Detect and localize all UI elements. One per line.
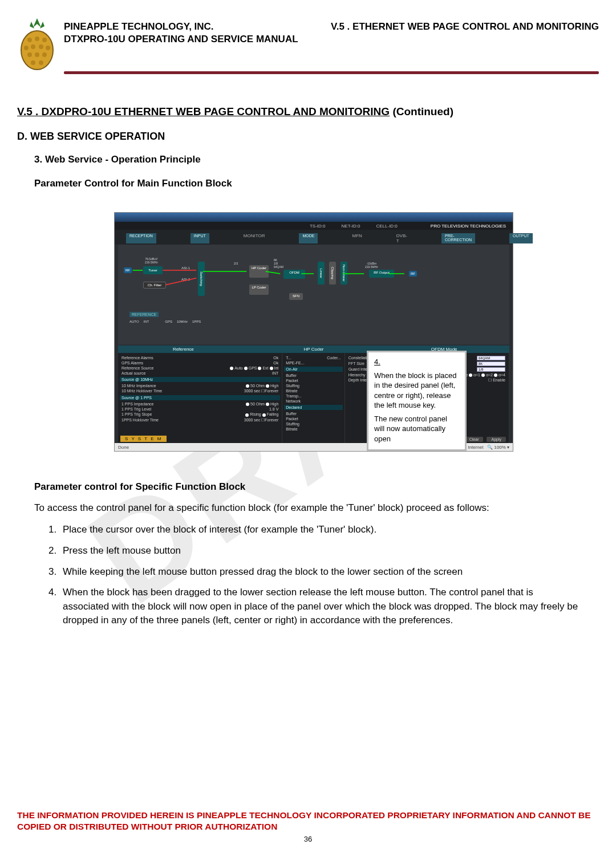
- embedded-screenshot: TS-ID:0 NET-ID:0 CELL-ID:0 PRO TELEVISIO…: [114, 212, 513, 452]
- ref-gps: GPS: [165, 320, 172, 323]
- page-number: 36: [17, 835, 599, 843]
- block-rf-out-label: RF: [409, 271, 417, 277]
- guard-select[interactable]: 1/8: [477, 367, 505, 372]
- svg-point-5: [31, 44, 35, 49]
- svg-point-11: [31, 60, 35, 65]
- ref-int: INT: [144, 320, 149, 323]
- label-dvbt: DVB-T: [396, 233, 407, 243]
- apply-button[interactable]: Apply: [487, 437, 506, 442]
- svg-point-10: [42, 52, 47, 57]
- subsection-d: D. WEB SERVICE OPERATION: [17, 131, 599, 143]
- block-linear[interactable]: Linear: [318, 262, 325, 285]
- svg-point-6: [39, 44, 43, 49]
- label-monitor: MONITOR: [244, 233, 265, 243]
- hpcoder-panel: T...Coder... MPE-FE... On-Air Buffer Pac…: [282, 353, 345, 444]
- block-nonlinear[interactable]: Non-Linear: [341, 262, 347, 285]
- clear-button[interactable]: Clear: [465, 437, 484, 442]
- block-clipping[interactable]: Clipping: [329, 262, 336, 285]
- status-zoom: 100%: [494, 445, 505, 450]
- rf-info: 76.5dBuV219.5MHz: [143, 256, 160, 265]
- tab-output[interactable]: OUTPUT: [509, 233, 533, 243]
- chapter-title: V.5 . ETHERNET WEB PAGE CONTROL AND MONI…: [331, 21, 599, 46]
- steps-list: Place the cursor over the block of inter…: [59, 523, 582, 628]
- block-rf-in[interactable]: RF: [124, 267, 132, 273]
- subsection-3: 3. Web Service - Operation Principle: [34, 154, 599, 165]
- hp-params: 2/3: [232, 261, 240, 266]
- step-4: When the block has been dragged to the l…: [59, 586, 582, 628]
- ref-auto: AUTO: [129, 320, 139, 323]
- ofdm-params: 8K1/864QAM: [272, 257, 285, 270]
- system-button[interactable]: S Y S T E M: [120, 436, 167, 442]
- tab-precorrection[interactable]: PRE-CORRECTION: [441, 233, 475, 243]
- svg-point-12: [39, 60, 43, 65]
- block-tuner[interactable]: Tuner: [143, 266, 163, 274]
- constellation-select[interactable]: 64QAM: [477, 356, 505, 360]
- ref-10mhz: 10MHz: [177, 320, 188, 323]
- svg-point-4: [24, 46, 29, 50]
- svg-point-3: [42, 38, 47, 42]
- svg-point-7: [46, 46, 50, 50]
- label-asi2: ASI-2: [180, 277, 192, 282]
- step-3: While keeping the left mouse button pres…: [59, 565, 582, 579]
- block-rf-output[interactable]: RF Output: [369, 270, 394, 278]
- page-header: PINEAPPLE TECHNOLOGY, INC. DTXPRO-10U OP…: [17, 17, 599, 71]
- instruction-callout: 4. When the block is placed in the desir…: [367, 351, 467, 451]
- company-name: PINEAPPLE TECHNOLOGY, INC.: [64, 21, 298, 33]
- block-sfn[interactable]: SFN: [289, 293, 303, 300]
- tab-reception[interactable]: RECEPTION: [126, 233, 156, 243]
- reference-tab[interactable]: REFERENCE: [129, 312, 159, 317]
- svg-point-2: [35, 36, 39, 41]
- manual-title: DTXPRO-10U OPERATING AND SERVICE MANUAL: [64, 33, 298, 46]
- status-internet: Internet: [468, 445, 483, 450]
- section-heading: V.5 . DXDPRO-10U ETHERNET WEB PAGE CONTR…: [17, 105, 599, 118]
- status-done: Done: [118, 445, 129, 450]
- label-asi1: ASI-1: [180, 265, 192, 271]
- param-specific-heading: Parameter control for Specific Function …: [34, 480, 582, 494]
- brand-label: PRO TELEVISION TECHNOLOGIES: [431, 224, 506, 229]
- callout-text-1: When the block is placed in the desired …: [374, 371, 459, 411]
- block-ofdm[interactable]: OFDM: [283, 270, 305, 279]
- reference-panel: Reference AlarmsOk GPS AlarmsOk Referenc…: [118, 353, 282, 444]
- param-main-heading: Parameter Control for Main Function Bloc…: [34, 178, 599, 189]
- ts-id: TS-ID:0: [310, 224, 326, 229]
- callout-text-2: The new control panel will now automatic…: [374, 414, 459, 444]
- net-id: NET-ID:0: [342, 224, 360, 229]
- specific-intro: To access the control panel for a specif…: [34, 501, 582, 515]
- block-hp-coder[interactable]: HP Coder: [249, 265, 269, 278]
- fft-select[interactable]: 8K: [477, 362, 505, 366]
- step-1: Place the cursor over the block of inter…: [59, 523, 582, 537]
- proprietary-notice: THE INFORMATION PROVIDED HEREIN IS PINEA…: [17, 810, 599, 832]
- svg-point-8: [27, 52, 32, 57]
- block-lp-coder[interactable]: LP Coder: [249, 285, 269, 295]
- svg-point-9: [35, 52, 39, 57]
- tab-mode[interactable]: MODE: [299, 233, 318, 243]
- callout-number: 4.: [374, 358, 380, 366]
- label-mfn: MFN: [352, 233, 362, 243]
- svg-point-1: [27, 38, 32, 42]
- cell-id: CELL-ID:0: [376, 224, 397, 229]
- step-2: Press the left mouse button: [59, 544, 582, 558]
- panel-head-reference: Reference: [118, 347, 249, 352]
- block-ch-filter[interactable]: Ch. Filter: [143, 282, 166, 289]
- pineapple-logo-icon: [17, 17, 57, 71]
- tab-input[interactable]: INPUT: [191, 233, 209, 243]
- ref-1pps: 1PPS: [192, 320, 201, 323]
- panel-head-hpcoder: HP Coder: [249, 347, 379, 352]
- rfout-info: -10dBm219.5MHz: [363, 261, 380, 270]
- block-switching[interactable]: Switching: [198, 262, 205, 296]
